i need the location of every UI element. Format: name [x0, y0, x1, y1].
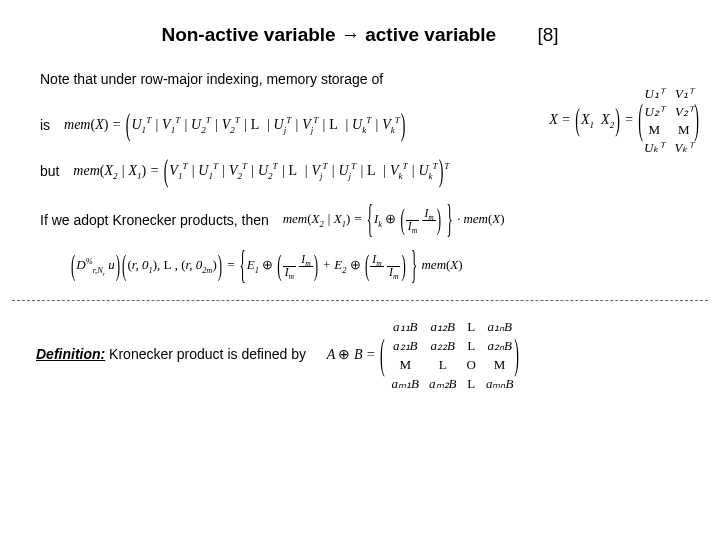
mem-x2x1-expr: mem(X2 | X1) = (V1T | U1T | V2T | U2T | …: [73, 163, 449, 180]
note-text: Note that under row-major indexing, memo…: [40, 71, 383, 87]
definition-head: Definition:: [36, 346, 105, 362]
derivative-expr: (D%r,Nr u)((r, 01), L , (r, 02m)) = {E1 …: [70, 254, 463, 278]
kronecker-text: If we adopt Kronecker products, then: [40, 212, 269, 228]
kronecker-expr: mem(X2 | X1) = {Ik ⊕ ( Im Im ) } · mem(X…: [283, 208, 505, 232]
but-line: but mem(X2 | X1) = (V1T | U1T | V2T | U2…: [40, 162, 680, 190]
is-label: is: [40, 117, 50, 133]
definition-line: Definition: Kronecker product is defined…: [0, 319, 720, 392]
mem-x-expr: mem(X) = (U1T | V1T | U2T | V2T | L | Uj…: [64, 117, 406, 134]
kronecker-matrix: a₁₁Ba₁₂BLa₁ₙB a₂₁Ba₂₂BLa₂ₙB MLOM aₘ₁Baₘ₂…: [392, 319, 514, 392]
is-line: is mem(X) = (U1T | V1T | U2T | V2T | L |…: [40, 116, 680, 144]
note-line: Note that under row-major indexing, memo…: [40, 70, 680, 98]
slide-title: Non-active variable → active variable [8…: [0, 0, 720, 46]
but-label: but: [40, 163, 59, 179]
definition-expr: A ⊕ B = ( a₁₁Ba₁₂BLa₁ₙB a₂₁Ba₂₂BLa₂ₙB ML…: [320, 319, 520, 392]
reference-label: [8]: [537, 24, 558, 46]
slide-body: Note that under row-major indexing, memo…: [0, 46, 720, 282]
title-text: Non-active variable → active variable: [161, 24, 496, 45]
definition-text: Kronecker product is defined by: [105, 346, 306, 362]
derivative-line: (D%r,Nr u)((r, 01), L , (r, 02m)) = {E1 …: [60, 254, 680, 282]
divider: [12, 300, 708, 301]
kronecker-line: If we adopt Kronecker products, then mem…: [40, 208, 680, 236]
